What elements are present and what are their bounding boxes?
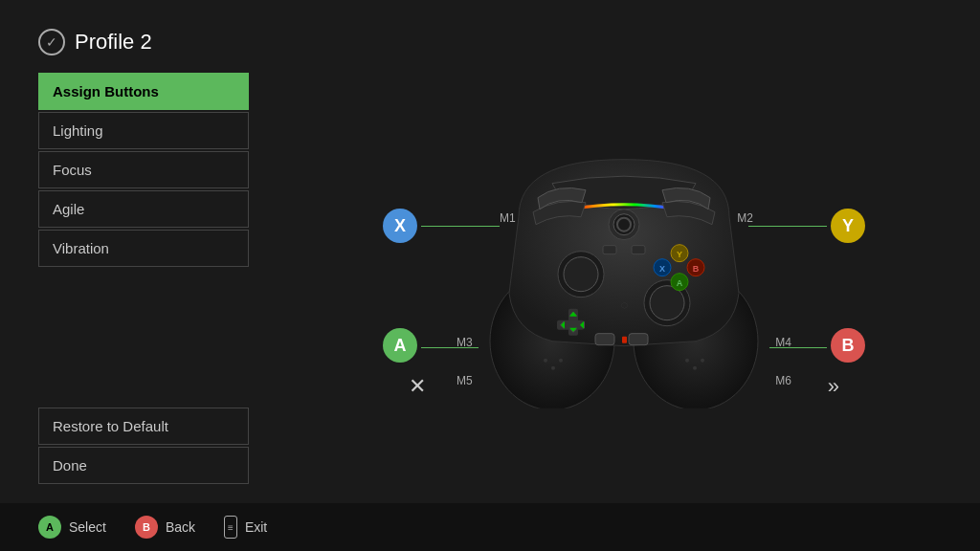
svg-rect-30: [629, 334, 648, 345]
svg-rect-27: [603, 246, 616, 254]
controller-wrapper: M1 M2 M3 M4 M5 M6 X Y A B: [356, 70, 892, 472]
controller-image: A X B Y ⬡: [461, 141, 787, 412]
chevron-icon: »: [828, 374, 839, 399]
cross-icon: ✕: [409, 374, 426, 399]
done-button[interactable]: Done: [38, 447, 249, 484]
svg-point-35: [559, 359, 563, 363]
profile-title: Profile 2: [75, 30, 152, 55]
bottom-bar: A Select B Back ≡ Exit: [0, 503, 980, 551]
menu-item-lighting[interactable]: Lighting: [38, 112, 249, 149]
back-action: B Back: [135, 516, 195, 539]
svg-text:B: B: [693, 264, 700, 274]
svg-rect-31: [622, 337, 627, 343]
back-b-icon: B: [135, 516, 158, 539]
back-label: Back: [166, 519, 195, 535]
a-button[interactable]: A: [383, 328, 417, 363]
menu-item-agile[interactable]: Agile: [38, 190, 249, 228]
select-label: Select: [69, 519, 106, 535]
sidebar: ✓ Profile 2 Assign Buttons Lighting Focu…: [38, 29, 249, 267]
svg-rect-29: [595, 334, 614, 345]
svg-point-34: [551, 366, 555, 370]
exit-label: Exit: [245, 519, 267, 535]
exit-menu-icon: ≡: [224, 516, 237, 539]
b-button[interactable]: B: [831, 328, 865, 363]
restore-default-button[interactable]: Restore to Default: [38, 408, 249, 445]
y-button[interactable]: Y: [831, 209, 865, 243]
svg-point-38: [685, 359, 689, 363]
menu-item-vibration[interactable]: Vibration: [38, 230, 249, 267]
svg-text:A: A: [677, 278, 683, 288]
svg-point-33: [544, 359, 547, 363]
menu-list: Assign Buttons Lighting Focus Agile Vibr…: [38, 73, 249, 267]
controller-area: M1 M2 M3 M4 M5 M6 X Y A B: [287, 48, 961, 494]
svg-point-6: [564, 257, 598, 292]
menu-item-assign-buttons[interactable]: Assign Buttons: [38, 73, 249, 110]
x-button[interactable]: X: [383, 209, 417, 243]
svg-point-37: [693, 366, 697, 370]
menu-item-focus[interactable]: Focus: [38, 151, 249, 188]
profile-icon: ✓: [38, 29, 65, 55]
exit-action: ≡ Exit: [224, 516, 267, 539]
svg-rect-28: [632, 246, 645, 254]
profile-header: ✓ Profile 2: [38, 29, 249, 55]
select-a-icon: A: [38, 516, 61, 539]
svg-text:Y: Y: [677, 250, 682, 259]
controller-svg: A X B Y ⬡: [461, 141, 787, 408]
svg-text:⬡: ⬡: [621, 301, 628, 310]
bottom-buttons: Restore to Default Done: [38, 408, 249, 484]
svg-text:X: X: [659, 264, 665, 274]
select-action: A Select: [38, 516, 106, 539]
svg-point-36: [701, 359, 704, 363]
